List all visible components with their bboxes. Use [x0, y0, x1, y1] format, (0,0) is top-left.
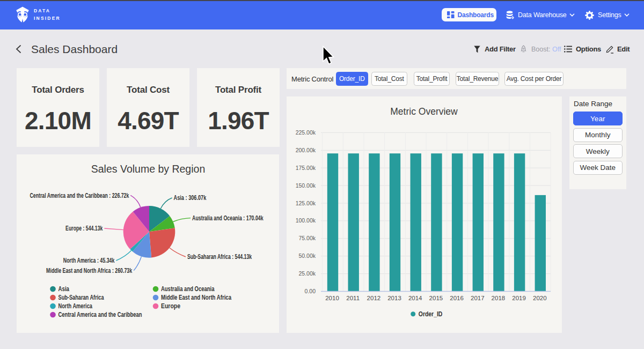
svg-text:2011: 2011: [346, 295, 360, 301]
svg-text:Sub-Saharan Africa: Sub-Saharan Africa: [58, 294, 104, 301]
svg-text:Order_ID: Order_ID: [419, 310, 443, 318]
svg-text:2010: 2010: [325, 295, 339, 301]
svg-text:Middle East and North Africa :: Middle East and North Africa : 260.73k: [46, 267, 132, 274]
svg-text:Sub-Saharan Africa : 544.13k: Sub-Saharan Africa : 544.13k: [187, 253, 252, 261]
svg-text:2016: 2016: [450, 295, 464, 301]
svg-text:2014: 2014: [408, 295, 422, 301]
svg-text:2018: 2018: [492, 295, 506, 301]
svg-text:150.00k: 150.00k: [296, 182, 316, 189]
svg-text:Metric Overview: Metric Overview: [390, 106, 458, 117]
svg-text:Australia and Oceania : 170.04: Australia and Oceania : 170.04k: [192, 214, 264, 222]
svg-text:125.00k: 125.00k: [296, 200, 316, 206]
svg-text:North America: North America: [58, 302, 93, 310]
svg-text:0.00: 0.00: [305, 288, 316, 294]
svg-text:North America : 45.34k: North America : 45.34k: [63, 257, 115, 264]
svg-text:Australia and Oceania: Australia and Oceania: [161, 285, 215, 293]
svg-text:Asia : 306.07k: Asia : 306.07k: [174, 194, 207, 202]
svg-text:200.00k: 200.00k: [296, 147, 316, 153]
svg-text:2020: 2020: [533, 295, 547, 301]
svg-text:Central America and the Caribb: Central America and the Caribbean: [58, 311, 142, 318]
svg-text:2013: 2013: [387, 295, 401, 301]
svg-text:Sales Volume by Region: Sales Volume by Region: [91, 163, 205, 175]
svg-text:Europe : 544.13k: Europe : 544.13k: [65, 225, 103, 232]
svg-text:225.00k: 225.00k: [296, 129, 316, 136]
svg-text:2012: 2012: [367, 295, 381, 301]
svg-text:175.00k: 175.00k: [296, 165, 316, 171]
svg-text:2015: 2015: [429, 295, 443, 301]
svg-text:100.00k: 100.00k: [296, 217, 316, 224]
svg-text:2019: 2019: [512, 295, 526, 301]
svg-text:75.00k: 75.00k: [298, 235, 316, 241]
svg-text:50.00k: 50.00k: [298, 253, 316, 259]
svg-text:25.00k: 25.00k: [298, 270, 316, 277]
svg-text:Europe: Europe: [161, 302, 180, 310]
svg-text:Middle East and North Africa: Middle East and North Africa: [161, 294, 231, 301]
svg-text:2017: 2017: [471, 295, 485, 301]
svg-text:Asia: Asia: [58, 285, 70, 293]
svg-text:Central America and the Caribb: Central America and the Caribbean : 226.…: [30, 192, 129, 199]
